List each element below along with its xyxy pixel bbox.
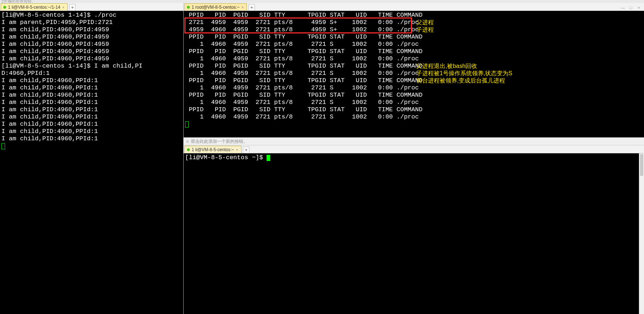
main-layout: 1 li@VM-8-5-centos:~/1-14 × + [li@VM-8-5…: [0, 3, 644, 314]
scrollbar-thumb[interactable]: [640, 154, 643, 176]
maximize-icon[interactable]: □: [627, 5, 635, 11]
scrollbar[interactable]: [639, 153, 644, 314]
close-window-icon[interactable]: ×: [635, 5, 643, 11]
annotation-parent-proc: 父进程: [416, 19, 434, 26]
annotation-line1: 父进程退出,被bash回收: [416, 63, 477, 70]
right-top-pane: 1 root@VM-8-5-centos:~ × + — □ × PPID PI…: [184, 3, 644, 137]
add-tab-button[interactable]: +: [248, 4, 255, 11]
right-top-terminal[interactable]: PPID PID PGID SID TTY TPGID STAT UID TIM…: [184, 11, 644, 137]
status-dot-icon: [187, 148, 190, 151]
tab-label: 1 li@VM-8-5-centos:~/1-14: [8, 5, 60, 10]
hint-text: 双击此处添加一个新的按钮。: [191, 138, 248, 145]
right-bottom-pane: 1 li@VM-8-5-centos:~ × + [li@VM-8-5-cent…: [184, 145, 644, 314]
close-icon[interactable]: ×: [62, 5, 64, 9]
tab-right-top-session[interactable]: 1 root@VM-8-5-centos:~ ×: [184, 3, 247, 11]
left-tabbar: 1 li@VM-8-5-centos:~/1-14 × +: [0, 3, 183, 11]
add-tab-button[interactable]: +: [69, 4, 76, 11]
annotation-line3: 前台进程被领养,变成后台孤儿进程: [416, 77, 505, 84]
right-top-tabbar: 1 root@VM-8-5-centos:~ × + — □ ×: [184, 3, 644, 11]
window-buttons: — □ ×: [619, 5, 644, 11]
close-icon[interactable]: ×: [236, 148, 238, 152]
status-dot-icon: [3, 6, 6, 9]
left-pane: 1 li@VM-8-5-centos:~/1-14 × + [li@VM-8-5…: [0, 3, 184, 314]
annotation-line2: 子进程被1号操作系统领养,状态变为S: [416, 70, 512, 77]
status-dot-icon: [187, 6, 190, 9]
close-icon[interactable]: ×: [241, 5, 244, 9]
right-bottom-tabbar: 1 li@VM-8-5-centos:~ × +: [184, 145, 644, 153]
tab-label: 1 li@VM-8-5-centos:~: [192, 147, 234, 152]
right-bottom-terminal[interactable]: [li@VM-8-5-centos ~]$: [184, 153, 644, 314]
top-hint-text: 2左侧的所有按钮。: [0, 0, 644, 3]
minimize-icon[interactable]: —: [619, 5, 627, 11]
tab-right-bottom-session[interactable]: 1 li@VM-8-5-centos:~ ×: [184, 146, 241, 153]
tab-left-session[interactable]: 1 li@VM-8-5-centos:~/1-14 ×: [1, 3, 68, 11]
tab-label: 1 root@VM-8-5-centos:~: [192, 5, 240, 10]
right-column: 1 root@VM-8-5-centos:~ × + — □ × PPID PI…: [184, 3, 644, 314]
left-terminal[interactable]: [li@VM-8-5-centos 1-14]$ ./procI am pare…: [0, 11, 183, 314]
add-tab-button[interactable]: +: [243, 146, 249, 153]
grip-icon: ≡: [186, 138, 189, 144]
add-button-hint-bar[interactable]: ≡ 双击此处添加一个新的按钮。: [184, 137, 644, 145]
annotation-child-proc: 子进程: [416, 26, 434, 33]
